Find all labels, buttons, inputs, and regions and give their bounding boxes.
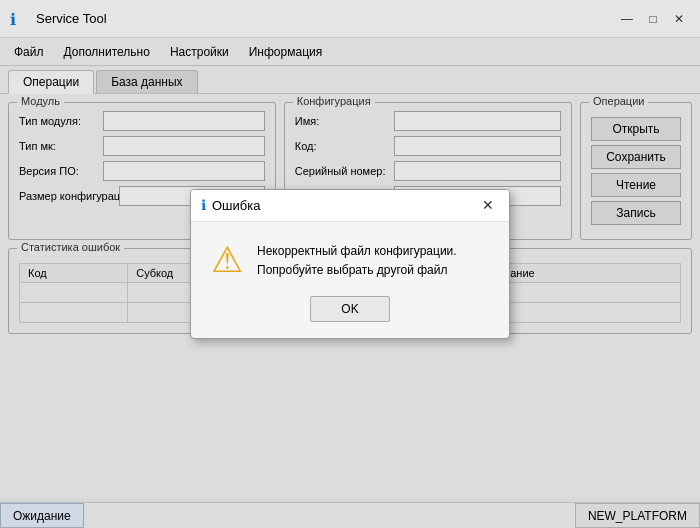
dialog-body: ⚠ Некорректный файл конфигурации. Попроб… bbox=[191, 222, 509, 296]
warning-icon: ⚠ bbox=[211, 242, 243, 278]
dialog-info-icon: ℹ bbox=[201, 197, 206, 213]
dialog-title-text: Ошибка bbox=[212, 198, 260, 213]
dialog-ok-button[interactable]: OK bbox=[310, 296, 389, 322]
dialog-titlebar: ℹ Ошибка ✕ bbox=[191, 190, 509, 222]
dialog-title-left: ℹ Ошибка bbox=[201, 197, 260, 213]
dialog-message-line1: Некорректный файл конфигурации. bbox=[257, 244, 457, 258]
modal-overlay: ℹ Ошибка ✕ ⚠ Некорректный файл конфигура… bbox=[0, 0, 700, 528]
error-dialog: ℹ Ошибка ✕ ⚠ Некорректный файл конфигура… bbox=[190, 189, 510, 339]
dialog-message: Некорректный файл конфигурации. Попробуй… bbox=[257, 242, 457, 280]
dialog-message-line2: Попробуйте выбрать другой файл bbox=[257, 263, 447, 277]
dialog-footer: OK bbox=[191, 296, 509, 338]
dialog-close-button[interactable]: ✕ bbox=[477, 194, 499, 216]
